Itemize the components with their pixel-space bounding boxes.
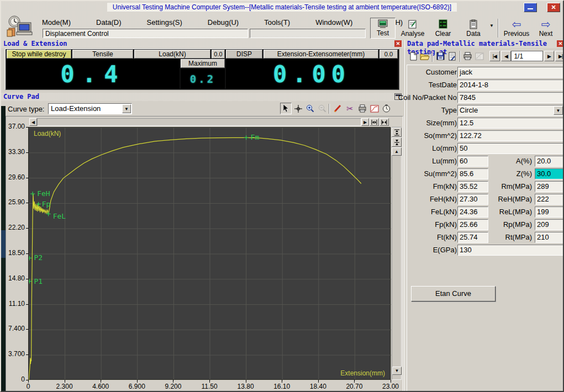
- form-row-customer: Customer jack: [407, 67, 563, 78]
- data-icon: [468, 19, 478, 30]
- status-box-empty: [250, 29, 366, 38]
- app-window: Universal Testing Machine Computer Syste…: [0, 0, 564, 392]
- size-field[interactable]: 12.5: [457, 118, 564, 129]
- z-field[interactable]: 30.0: [535, 168, 564, 179]
- customer-field[interactable]: jack: [457, 67, 564, 78]
- analyse-button[interactable]: Analyse: [398, 18, 428, 39]
- close-button[interactable]: ✕: [547, 3, 560, 12]
- curve-marker-label: Fm: [251, 133, 260, 141]
- next-button[interactable]: ⇨ Next: [534, 18, 558, 39]
- curve-marker-label: P1: [34, 277, 43, 285]
- display-group: Stop while destroy Tensile Load(kN) 0.0 …: [5, 49, 399, 90]
- curve-marker-label: FeH: [37, 189, 50, 198]
- extension-channel-label[interactable]: Extension-Extensometer(mm): [263, 50, 378, 59]
- type-caret-icon[interactable]: ▼: [554, 106, 563, 115]
- e-field[interactable]: 130: [457, 245, 564, 256]
- menu-window[interactable]: Window(W): [309, 17, 359, 28]
- clear-button[interactable]: 0.000.00 Clear: [430, 18, 456, 39]
- curve-type-dropdown[interactable]: Load-Extension ▼: [48, 103, 132, 114]
- record-page-indicator: 1/1: [511, 51, 542, 61]
- next-record-button[interactable]: ▶: [544, 51, 555, 61]
- menu-mode[interactable]: Mode(M): [35, 17, 77, 28]
- cursor-tool-button[interactable]: [280, 103, 292, 114]
- stop-condition-cell[interactable]: Stop while destroy: [7, 50, 71, 59]
- load-extension-close-icon[interactable]: ✕: [394, 40, 402, 47]
- title-bar: Universal Testing Machine Computer Syste…: [1, 1, 563, 13]
- scissors-tool-button[interactable]: ✂: [344, 103, 356, 114]
- curve-plot-svg: FeHFpFeLP2P1Fm: [29, 128, 391, 380]
- svg-text:0.00: 0.00: [440, 21, 446, 24]
- disp-mode-cell[interactable]: DISP MODE: [226, 50, 262, 59]
- load-channel-label[interactable]: Load(kN): [134, 50, 210, 59]
- save-record-button[interactable]: [435, 50, 446, 62]
- so-field[interactable]: 122.72: [457, 130, 564, 141]
- data-pad-header: Data pad-Metallic materials-Tensile test…: [405, 40, 564, 48]
- form-row-so: So(mm^2) 122.72: [407, 130, 563, 141]
- testdate-field[interactable]: 2014-1-8: [457, 80, 564, 91]
- new-file-icon: [410, 52, 417, 61]
- new-record-button[interactable]: [408, 50, 419, 62]
- x-tick-label: 18.40: [306, 383, 330, 390]
- preview-report-button[interactable]: [473, 50, 485, 62]
- zoom-out-tool-button[interactable]: [317, 103, 328, 114]
- y-tick-label: 33.30: [6, 148, 25, 156]
- curve-marker-label: FeL: [53, 212, 66, 220]
- menu-settings[interactable]: Settings(S): [140, 17, 189, 28]
- menu-data[interactable]: Data(D): [89, 17, 128, 28]
- clear-label: Clear: [435, 30, 451, 38]
- last-record-button[interactable]: ▶|: [555, 51, 564, 61]
- print-report-button[interactable]: [462, 50, 474, 62]
- chart-panel: ◀ ▶ FeHFpFeLP2P1Fm Load(kN) Extension(mm…: [6, 116, 403, 392]
- scissors-icon: ✂: [346, 104, 354, 114]
- data-button[interactable]: Data: [461, 18, 486, 39]
- coilno-field[interactable]: 7845: [457, 92, 564, 103]
- rel-field[interactable]: 199: [535, 206, 564, 218]
- pen-tool-button[interactable]: [332, 103, 344, 114]
- type-dropdown[interactable]: Circle ▼: [457, 105, 564, 116]
- print-curve-button[interactable]: [356, 103, 368, 114]
- horizontal-scrollbar[interactable]: [37, 118, 361, 126]
- reh-field[interactable]: 222: [535, 194, 564, 205]
- rt-field[interactable]: 210: [535, 232, 564, 243]
- previous-record-button[interactable]: ◀: [501, 51, 512, 61]
- edit-note-icon: [448, 52, 456, 61]
- test-type-cell[interactable]: Tensile: [72, 50, 133, 59]
- x-tick-label: 4.600: [88, 383, 113, 390]
- crosshair-tool-button[interactable]: [292, 103, 304, 114]
- form-row-testdate: TestDate 2014-1-8: [407, 80, 563, 91]
- curve-type-caret-icon[interactable]: ▼: [122, 104, 131, 113]
- rp-field[interactable]: 209: [535, 219, 564, 230]
- etan-curve-button[interactable]: Etan Curve: [411, 286, 496, 301]
- open-record-button[interactable]: [419, 50, 431, 62]
- first-record-button[interactable]: |◀: [489, 51, 500, 61]
- data-pad-close-icon[interactable]: ✕: [557, 40, 564, 47]
- save-icon: [436, 52, 445, 60]
- edit-record-button[interactable]: [446, 50, 458, 62]
- scroll-right-button[interactable]: ▶: [361, 118, 369, 126]
- curve-plot[interactable]: FeHFpFeLP2P1Fm: [28, 127, 391, 380]
- x-tick-label: 20.70: [342, 383, 366, 390]
- y-tick-label: 0: [6, 375, 25, 383]
- zoom-in-tool-button[interactable]: [304, 103, 316, 114]
- pen-icon: [334, 104, 342, 113]
- rm-field[interactable]: 289: [535, 181, 564, 192]
- y-tick-label: 7.400: [6, 325, 25, 332]
- form-row-e: E(GPa) 130: [407, 245, 563, 256]
- zoom-in-icon: [306, 104, 314, 113]
- rm-label: Rm(MPa): [482, 182, 532, 190]
- scroll-down-button[interactable]: ▼: [392, 367, 402, 375]
- test-button[interactable]: Test: [370, 18, 396, 39]
- a-field[interactable]: 20.0: [535, 156, 564, 167]
- extension-display: 0.00: [226, 59, 398, 89]
- scroll-left-button[interactable]: ◀: [29, 118, 37, 126]
- lo-field[interactable]: 50: [457, 143, 564, 154]
- y-tick-label: 22.20: [6, 224, 25, 231]
- menu-debug[interactable]: Debug(U): [201, 17, 245, 28]
- minimize-button[interactable]: [524, 3, 537, 12]
- data-dropdown-caret-icon[interactable]: ▼: [489, 23, 494, 28]
- customer-label: Customer: [374, 68, 457, 76]
- menu-tools[interactable]: Tools(T): [257, 17, 297, 28]
- z-label: Z(%): [482, 169, 532, 178]
- printer-icon: [463, 52, 472, 60]
- previous-button[interactable]: ⇦ Previous: [502, 18, 531, 39]
